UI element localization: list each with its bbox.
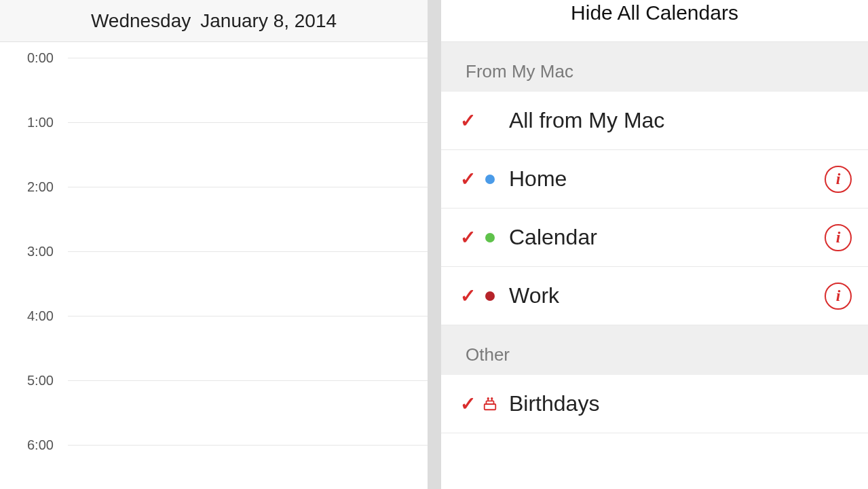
- hour-label: 4:00: [27, 308, 54, 324]
- hour-divider: [68, 187, 428, 187]
- weekday-label: Wednesday: [91, 10, 191, 32]
- calendar-name: All from My Mac: [478, 108, 852, 133]
- hour-divider: [68, 316, 428, 316]
- hour-row: 2:00: [0, 171, 428, 236]
- calendar-name: Work: [502, 283, 825, 308]
- section-header-mac: From My Mac: [441, 42, 868, 92]
- color-dot-slot: [478, 233, 502, 242]
- info-button[interactable]: i: [825, 283, 852, 310]
- calendar-row-calendar[interactable]: ✓ Calendar i: [441, 209, 868, 267]
- checkmark-icon: ✓: [457, 226, 478, 249]
- calendars-panel: Hide All Calendars From My Mac ✓ All fro…: [441, 0, 868, 489]
- hour-row: 5:00: [0, 365, 428, 429]
- hour-row: 3:00: [0, 236, 428, 300]
- date-header: Wednesday January 8, 2014: [0, 0, 428, 42]
- checkmark-icon: ✓: [457, 285, 478, 307]
- panel-gap: [428, 0, 441, 489]
- calendar-color-dot-icon: [485, 175, 495, 184]
- checkmark-icon: ✓: [457, 109, 478, 132]
- calendar-name: Home: [502, 166, 825, 192]
- date-label: January 8, 2014: [200, 10, 337, 32]
- calendar-color-dot-icon: [485, 291, 495, 301]
- section-header-other: Other: [441, 325, 868, 375]
- hour-label: 2:00: [27, 179, 54, 195]
- birthday-icon: [478, 397, 502, 412]
- hour-divider: [68, 58, 428, 58]
- hour-divider: [68, 380, 428, 381]
- calendar-name: Birthdays: [502, 391, 852, 416]
- hide-all-calendars-button[interactable]: Hide All Calendars: [441, 0, 868, 42]
- svg-point-4: [488, 398, 489, 399]
- hour-row: 0:00: [0, 42, 428, 107]
- hour-divider: [68, 445, 428, 446]
- hour-row: 4:00: [0, 300, 428, 365]
- svg-rect-1: [487, 401, 494, 404]
- color-dot-slot: [478, 175, 502, 184]
- day-view-panel: Wednesday January 8, 2014 0:00 1:00 2:00…: [0, 0, 428, 489]
- timeline[interactable]: 0:00 1:00 2:00 3:00 4:00 5:00 6:00: [0, 42, 428, 489]
- hour-label: 3:00: [27, 244, 54, 259]
- checkmark-icon: ✓: [457, 168, 478, 190]
- info-button[interactable]: i: [825, 224, 852, 251]
- hour-row: 6:00: [0, 429, 428, 489]
- hour-divider: [68, 122, 428, 123]
- color-dot-slot: [478, 291, 502, 301]
- hour-label: 1:00: [27, 115, 54, 130]
- hour-divider: [68, 251, 428, 252]
- svg-point-5: [491, 398, 492, 399]
- calendar-color-dot-icon: [485, 233, 495, 242]
- calendar-name: Calendar: [502, 225, 825, 250]
- hour-label: 6:00: [27, 437, 54, 453]
- svg-rect-0: [485, 404, 496, 410]
- calendar-row-work[interactable]: ✓ Work i: [441, 267, 868, 325]
- calendar-row-all-mac[interactable]: ✓ All from My Mac: [441, 92, 868, 150]
- checkmark-icon: ✓: [457, 393, 478, 415]
- hour-label: 5:00: [27, 373, 54, 388]
- calendar-row-home[interactable]: ✓ Home i: [441, 150, 868, 209]
- calendar-row-birthdays[interactable]: ✓ Birthdays: [441, 375, 868, 433]
- hour-row: 1:00: [0, 107, 428, 171]
- hour-label: 0:00: [27, 50, 54, 66]
- info-button[interactable]: i: [825, 166, 852, 193]
